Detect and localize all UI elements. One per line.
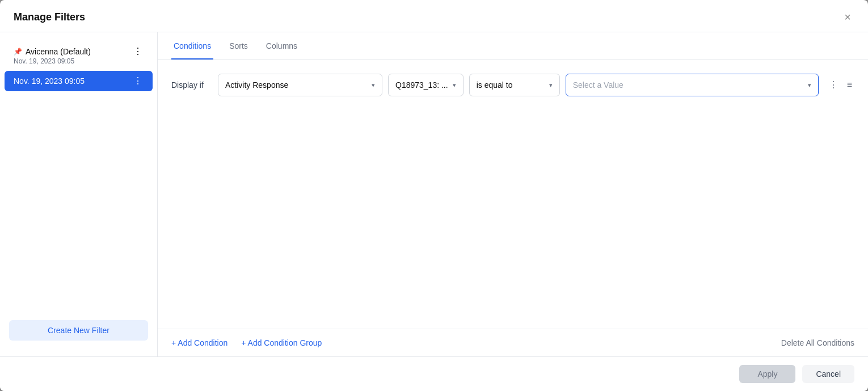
field-chevron-icon: ▾: [372, 82, 375, 89]
conditions-bottom-bar: + Add Condition + Add Condition Group De…: [158, 329, 868, 356]
sidebar: 📌 Avicenna (Default) Nov. 19, 2023 09:05…: [0, 32, 158, 356]
filter-menu-button-avicenna[interactable]: ⋮: [132, 47, 144, 56]
conditions-area: Display if Activity Response ▾ Q18973_13…: [158, 60, 868, 329]
sidebar-footer: Create New Filter: [0, 313, 157, 347]
modal-footer: Apply Cancel: [0, 356, 868, 391]
operator-value: is equal to: [477, 80, 513, 90]
value-placeholder: Select a Value: [573, 80, 623, 90]
field-dropdown[interactable]: Activity Response ▾: [218, 74, 382, 96]
tab-conditions[interactable]: Conditions: [171, 32, 213, 60]
delete-all-conditions-button[interactable]: Delete All Conditions: [781, 338, 854, 347]
add-condition-button[interactable]: + Add Condition: [171, 338, 227, 347]
condition-drag-button[interactable]: ≡: [845, 78, 854, 92]
filter-menu-button-nov19[interactable]: ⋮: [132, 76, 144, 86]
subfield-chevron-icon: ▾: [453, 82, 456, 89]
subfield-value: Q18973_13: ...: [395, 80, 448, 90]
condition-more-button[interactable]: ⋮: [827, 78, 840, 92]
modal-header: Manage Filters ×: [0, 0, 868, 32]
cancel-button[interactable]: Cancel: [802, 365, 854, 383]
condition-row: Display if Activity Response ▾ Q18973_13…: [171, 74, 854, 96]
field-value: Activity Response: [225, 80, 288, 90]
modal-overlay: Manage Filters × 📌 Avicenna (Default) No…: [0, 0, 868, 391]
operator-dropdown[interactable]: is equal to ▾: [469, 74, 560, 96]
sidebar-item-avicenna[interactable]: 📌 Avicenna (Default) Nov. 19, 2023 09:05…: [5, 41, 153, 71]
close-button[interactable]: ×: [841, 10, 854, 24]
manage-filters-modal: Manage Filters × 📌 Avicenna (Default) No…: [0, 0, 868, 391]
display-if-label: Display if: [171, 80, 212, 90]
sidebar-item-nov19[interactable]: Nov. 19, 2023 09:05 ⋮: [5, 71, 153, 91]
apply-button[interactable]: Apply: [739, 365, 795, 383]
value-dropdown[interactable]: Select a Value ▾: [566, 74, 819, 96]
filter-name-avicenna: Avicenna (Default): [26, 47, 91, 56]
subfield-dropdown[interactable]: Q18973_13: ... ▾: [388, 74, 464, 96]
condition-actions: ⋮ ≡: [827, 78, 854, 92]
filter-date-avicenna: Nov. 19, 2023 09:05: [14, 57, 91, 65]
tab-columns[interactable]: Columns: [264, 32, 300, 60]
tab-sorts[interactable]: Sorts: [227, 32, 250, 60]
operator-chevron-icon: ▾: [549, 82, 553, 89]
modal-body: 📌 Avicenna (Default) Nov. 19, 2023 09:05…: [0, 32, 868, 356]
filter-name-nov19: Nov. 19, 2023 09:05: [14, 76, 85, 86]
modal-title: Manage Filters: [14, 11, 85, 23]
create-new-filter-button[interactable]: Create New Filter: [9, 320, 148, 341]
value-chevron-icon: ▾: [808, 82, 811, 89]
pin-icon: 📌: [14, 48, 22, 56]
tabs-bar: Conditions Sorts Columns: [158, 32, 868, 60]
add-condition-group-button[interactable]: + Add Condition Group: [241, 338, 322, 347]
main-content: Conditions Sorts Columns Display if Acti…: [158, 32, 868, 356]
